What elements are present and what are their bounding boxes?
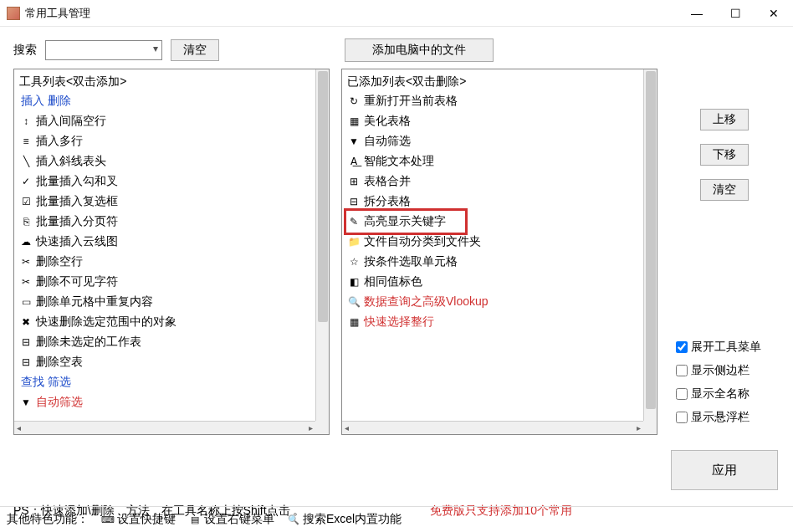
footer-link-contextmenu[interactable]: ▤设置右键菜单 <box>189 512 274 527</box>
maximize-button[interactable]: ☐ <box>716 0 755 27</box>
list-item[interactable]: 🔍数据查询之高级Vlookup <box>347 292 638 312</box>
item-icon: ⎘ <box>19 215 33 228</box>
item-label: 高亮显示关键字 <box>364 214 446 229</box>
list-item[interactable]: ⊟删除空表 <box>19 352 310 372</box>
item-icon: ⊟ <box>19 335 33 349</box>
search-combobox[interactable] <box>45 40 162 60</box>
apply-button[interactable]: 应用 <box>671 450 778 490</box>
item-label: 删除未选定的工作表 <box>36 335 141 350</box>
item-label: 拆分表格 <box>364 194 411 209</box>
list-item[interactable]: ▦快速选择整行 <box>347 312 638 332</box>
list-item[interactable]: ▦美化表格 <box>347 111 638 131</box>
item-icon: ▦ <box>347 115 361 128</box>
move-down-button[interactable]: 下移 <box>700 144 749 166</box>
item-icon: ☆ <box>347 255 361 269</box>
close-button[interactable]: ✕ <box>755 0 793 27</box>
category-find-filter[interactable]: 查找 筛选 <box>19 372 310 392</box>
added-list-header: 已添加列表<双击删除> <box>347 73 638 91</box>
list-item[interactable]: ≡插入多行 <box>19 131 310 151</box>
item-label: 文件自动分类到文件夹 <box>364 234 481 249</box>
item-label: 快速删除选定范围中的对象 <box>36 315 177 330</box>
list-item[interactable]: ⎘批量插入分页符 <box>19 212 310 232</box>
item-label: 自动筛选 <box>36 395 83 410</box>
list-item[interactable]: ⊞表格合并 <box>347 171 638 192</box>
footer: 其他特色功能： ⌨设置快捷键 ▤设置右键菜单 🔍搜索Excel内置功能 <box>0 506 793 532</box>
move-up-button[interactable]: 上移 <box>700 109 749 130</box>
menu-icon: ▤ <box>189 514 201 525</box>
list-item[interactable]: ▭删除单元格中重复内容 <box>19 292 310 312</box>
footer-label: 其他特色功能： <box>7 512 89 527</box>
clear-search-button[interactable]: 清空 <box>171 39 219 61</box>
item-icon: ↕ <box>19 115 33 128</box>
checkbox-group: 展开工具菜单 显示侧边栏 显示全名称 显示悬浮栏 <box>669 340 761 425</box>
item-icon: ☑ <box>19 195 33 208</box>
added-list-panel: 已添加列表<双击删除> ↻重新打开当前表格▦美化表格▼自动筛选A͟智能文本处理⊞… <box>341 69 657 435</box>
item-label: 智能文本处理 <box>364 154 434 169</box>
item-label: 自动筛选 <box>364 134 411 149</box>
checkbox-show-floatbar[interactable]: 显示悬浮栏 <box>676 410 761 425</box>
tool-list-panel: 工具列表<双击添加> 插入 删除 ↕插入间隔空行≡插入多行╲插入斜线表头✓批量插… <box>13 69 330 435</box>
list-item[interactable]: ☆按条件选取单元格 <box>347 252 638 272</box>
right-horizontal-scrollbar[interactable] <box>342 421 643 434</box>
item-icon: ✂ <box>19 275 33 289</box>
item-icon: ⊟ <box>347 195 361 208</box>
app-icon <box>7 7 20 20</box>
item-label: 批量插入复选框 <box>36 194 118 209</box>
main-area: 工具列表<双击添加> 插入 删除 ↕插入间隔空行≡插入多行╲插入斜线表头✓批量插… <box>0 69 793 490</box>
item-label: 批量插入勾和叉 <box>36 174 118 189</box>
list-item[interactable]: ◧相同值标色 <box>347 272 638 292</box>
item-icon: ☁ <box>19 235 33 248</box>
item-icon: ✎ <box>347 215 361 228</box>
item-label: 删除空行 <box>36 254 83 269</box>
list-item[interactable]: ☑批量插入复选框 <box>19 192 310 212</box>
footer-link-search-builtin[interactable]: 🔍搜索Excel内置功能 <box>288 512 402 527</box>
keyboard-icon: ⌨ <box>102 514 114 525</box>
list-item[interactable]: ▼自动筛选 <box>19 392 310 412</box>
item-label: 重新打开当前表格 <box>364 94 458 109</box>
search-icon: 🔍 <box>288 514 299 525</box>
checkbox-expand-menu[interactable]: 展开工具菜单 <box>676 340 761 355</box>
left-vertical-scrollbar[interactable] <box>315 69 329 421</box>
list-item[interactable]: ↕插入间隔空行 <box>19 111 310 131</box>
item-icon: 📁 <box>347 235 361 248</box>
footer-link-shortcut[interactable]: ⌨设置快捷键 <box>102 512 176 527</box>
list-item[interactable]: ▼自动筛选 <box>347 131 638 151</box>
item-label: 插入多行 <box>36 134 83 149</box>
item-label: 相同值标色 <box>364 274 422 289</box>
category-insert-delete[interactable]: 插入 删除 <box>19 91 310 111</box>
right-vertical-scrollbar[interactable] <box>643 69 657 421</box>
item-icon: ✖ <box>19 315 33 329</box>
clear-button[interactable]: 清空 <box>700 179 749 201</box>
list-item[interactable]: ✎高亮显示关键字 <box>347 212 464 232</box>
checkbox-show-fullname[interactable]: 显示全名称 <box>676 386 761 402</box>
list-item[interactable]: ✂删除空行 <box>19 252 310 272</box>
item-label: 快速选择整行 <box>364 315 434 330</box>
item-icon: ▦ <box>347 315 361 329</box>
item-label: 删除空表 <box>36 355 83 370</box>
list-item[interactable]: ↻重新打开当前表格 <box>347 91 638 111</box>
list-item[interactable]: A͟智能文本处理 <box>347 151 638 171</box>
item-icon: ↻ <box>347 95 361 108</box>
top-row: 搜索 清空 添加电脑中的文件 <box>0 27 793 69</box>
list-item[interactable]: ✓批量插入勾和叉 <box>19 171 310 192</box>
minimize-button[interactable]: — <box>678 0 716 27</box>
list-item[interactable]: ⊟拆分表格 <box>347 192 638 212</box>
list-item[interactable]: 📁文件自动分类到文件夹 <box>347 232 638 252</box>
add-file-button[interactable]: 添加电脑中的文件 <box>345 38 494 62</box>
item-icon: ▼ <box>19 396 33 409</box>
titlebar: 常用工具管理 — ☐ ✕ <box>0 0 793 27</box>
left-horizontal-scrollbar[interactable] <box>14 421 315 434</box>
item-label: 按条件选取单元格 <box>364 254 458 269</box>
item-label: 批量插入分页符 <box>36 214 118 229</box>
item-label: 插入间隔空行 <box>36 114 106 129</box>
list-item[interactable]: ✖快速删除选定范围中的对象 <box>19 312 310 332</box>
item-icon: ╲ <box>19 155 33 168</box>
list-item[interactable]: ╲插入斜线表头 <box>19 151 310 171</box>
search-label: 搜索 <box>13 43 37 58</box>
item-icon: ◧ <box>347 275 361 289</box>
list-item[interactable]: ☁快速插入云线图 <box>19 232 310 252</box>
item-icon: ▭ <box>19 295 33 309</box>
checkbox-show-sidebar[interactable]: 显示侧边栏 <box>676 363 761 378</box>
list-item[interactable]: ⊟删除未选定的工作表 <box>19 332 310 352</box>
list-item[interactable]: ✂删除不可见字符 <box>19 272 310 292</box>
